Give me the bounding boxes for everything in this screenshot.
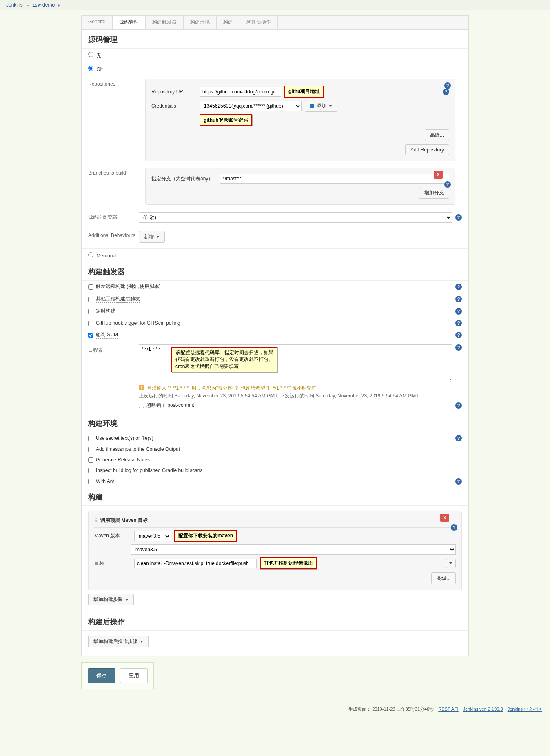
help-icon[interactable]: ? — [455, 296, 462, 302]
tab-build[interactable]: 构建 — [217, 16, 240, 29]
warning-icon: ! — [139, 385, 144, 390]
tab-general[interactable]: General — [82, 16, 113, 29]
env-heading: 构建环境 — [82, 414, 468, 432]
repo-url-label: Repository URL — [151, 89, 196, 95]
env-release-label: Generate Release Notes — [96, 457, 150, 463]
apply-button[interactable]: 应用 — [120, 668, 148, 683]
help-icon[interactable]: ? — [455, 308, 462, 315]
help-icon[interactable]: ? — [455, 402, 462, 409]
env-gradle-label: Inspect build log for published Gradle b… — [96, 468, 203, 473]
annotation-repo-url: githu项目地址 — [284, 86, 324, 98]
trigger-remote-checkbox[interactable] — [88, 284, 93, 290]
repo-url-input[interactable] — [200, 87, 281, 97]
chevron-down-icon — [156, 236, 160, 238]
drag-handle-icon[interactable]: ⠿ — [94, 518, 98, 523]
tab-triggers[interactable]: 构建触发器 — [146, 16, 184, 29]
help-icon[interactable]: ? — [455, 284, 462, 290]
help-icon[interactable]: ? — [455, 435, 462, 441]
branches-label: Branches to build — [82, 164, 139, 180]
breadcrumb: Jenkins ▸ zsw-demo ▸ — [0, 0, 550, 10]
add-post-step-button[interactable]: 增加构建后操作步骤 — [88, 636, 149, 647]
scm-none-radio[interactable] — [88, 52, 93, 57]
trigger-timer-label: 定时构建 — [96, 308, 115, 315]
chevron-right-icon: ▸ — [27, 3, 29, 7]
add-repository-button[interactable]: Add Repository — [405, 144, 449, 155]
trigger-githubhook-checkbox[interactable] — [88, 321, 93, 326]
browser-label: 源码库浏览器 — [82, 208, 139, 225]
help-icon[interactable]: ? — [455, 332, 462, 338]
scm-git-radio[interactable] — [88, 66, 93, 71]
help-icon[interactable]: ? — [455, 320, 462, 326]
trigger-timer-checkbox[interactable] — [88, 309, 93, 314]
key-icon — [310, 104, 314, 108]
tab-post[interactable]: 构建后操作 — [240, 16, 278, 29]
env-timestamps-checkbox[interactable] — [88, 447, 93, 452]
maven-version-select[interactable]: maven3.5 — [134, 531, 171, 541]
help-icon[interactable]: ? — [455, 214, 462, 221]
add-credentials-button[interactable]: 添加 — [305, 100, 337, 112]
help-icon[interactable]: ? — [444, 82, 451, 89]
footer-actions: 保存 应用 — [81, 662, 154, 689]
env-secret-checkbox[interactable] — [88, 436, 93, 441]
ignore-hook-checkbox[interactable] — [139, 403, 144, 408]
expand-goals-button[interactable] — [446, 559, 456, 568]
repositories-label: Repositories — [82, 75, 139, 91]
build-heading: 构建 — [82, 487, 468, 506]
tab-scm[interactable]: 源码管理 — [113, 15, 146, 29]
add-cred-label: 添加 — [317, 102, 326, 109]
help-icon[interactable]: ? — [444, 181, 451, 188]
repo-advanced-button[interactable]: 高级... — [425, 129, 449, 141]
delete-branch-button[interactable]: X — [434, 171, 443, 179]
footer-community-link[interactable]: Jenkins 中文社区 — [508, 707, 542, 712]
footer-rest-api-link[interactable]: REST API — [438, 707, 458, 712]
tab-env[interactable]: 构建环境 — [184, 16, 217, 29]
save-button[interactable]: 保存 — [88, 668, 115, 683]
scm-browser-select[interactable]: (自动) — [139, 212, 452, 223]
triggers-heading: 构建触发器 — [82, 262, 468, 281]
branch-spec-label: 指定分支（为空时代表any） — [151, 175, 217, 182]
maven-version-label: Maven 版本 — [94, 532, 131, 539]
help-icon[interactable]: ? — [455, 344, 462, 351]
branch-spec-input[interactable] — [220, 174, 449, 184]
credentials-select[interactable]: 1345625601@qq.com/****** (github) — [200, 101, 302, 111]
delete-step-button[interactable]: X — [440, 514, 449, 522]
add-build-step-label: 增加构建步骤 — [93, 596, 123, 603]
add-post-step-label: 增加构建后操作步骤 — [93, 638, 138, 645]
footer-version-link[interactable]: Jenkins ver. 2.190.3 — [463, 707, 503, 712]
trigger-githubhook-label: GitHub hook trigger for GITScm polling — [96, 320, 180, 326]
help-icon[interactable]: ? — [455, 478, 462, 485]
breadcrumb-root[interactable]: Jenkins — [6, 2, 23, 8]
env-timestamps-label: Add timestamps to the Console Output — [96, 446, 180, 452]
help-icon[interactable]: ? — [451, 524, 457, 531]
annotation-schedule: 该配置是远程代码库，指定时间去扫描，如果代码有更改就重新打包，没有更改就不打包。… — [171, 347, 277, 372]
chevron-right-icon: ▸ — [58, 3, 60, 7]
maven-version-select-wide[interactable]: maven3.5 — [131, 544, 456, 555]
env-withant-checkbox[interactable] — [88, 479, 93, 484]
add-build-step-button[interactable]: 增加构建步骤 — [88, 594, 134, 605]
page-footer: 生成页面： 2019-11-23 上午05时31分40秒 REST API Je… — [0, 702, 550, 716]
build-advanced-button[interactable]: 高级... — [431, 572, 456, 584]
help-icon[interactable]: ? — [443, 89, 449, 95]
annotation-credentials: github登录账号密码 — [200, 114, 252, 126]
scm-git-label: Git — [96, 67, 102, 72]
breadcrumb-job[interactable]: zsw-demo — [32, 2, 55, 8]
chevron-down-icon — [329, 105, 332, 107]
footer-gen-label: 生成页面： — [348, 707, 371, 712]
scm-mercurial-radio[interactable] — [88, 252, 93, 257]
schedule-warning: 当您输入 "* */1 * * *" 时，意思为"每分钟"？ 也许您希望 "H … — [147, 385, 317, 392]
branches-block: X ? 指定分支（为空时代表any） 增加分支 — [145, 168, 455, 205]
scm-none-label: 无 — [96, 53, 101, 58]
add-branch-button[interactable]: 增加分支 — [419, 187, 449, 199]
trigger-remote-label: 触发远程构建 (例如,使用脚本) — [96, 283, 161, 290]
goals-input[interactable] — [134, 559, 257, 568]
scm-mercurial-label: Mercurial — [96, 253, 116, 259]
credentials-label: Credentials — [151, 103, 196, 109]
behaviours-label: Additional Behaviours — [82, 227, 139, 242]
trigger-pollscm-checkbox[interactable] — [88, 333, 93, 338]
env-release-checkbox[interactable] — [88, 457, 93, 463]
annotation-maven: 配置你下载安装的maven — [174, 530, 237, 542]
chevron-down-icon — [449, 562, 452, 564]
env-gradle-checkbox[interactable] — [88, 468, 93, 473]
trigger-upstream-checkbox[interactable] — [88, 297, 93, 302]
add-behaviour-button[interactable]: 新增 — [139, 231, 165, 243]
